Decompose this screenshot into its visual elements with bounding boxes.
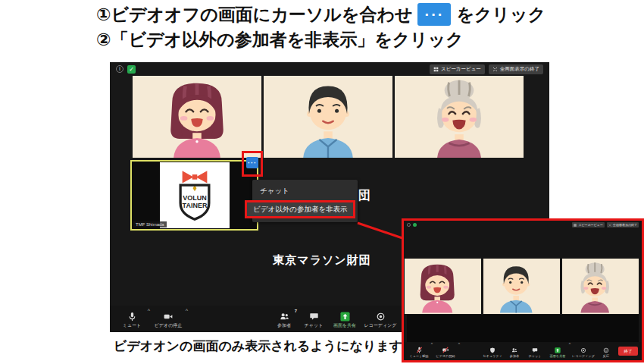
participants-icon	[279, 312, 290, 322]
share-screen-button[interactable]: 画面を共有	[328, 308, 361, 329]
tile-more-options-button[interactable]: ···	[246, 157, 258, 168]
main-titlebar: i ✓ スピーカービュー 全画面表示の終了	[110, 62, 549, 76]
participant-name-label: TMF Shimada	[133, 221, 167, 228]
info-icon	[407, 223, 411, 227]
start-video-button: ^ ビデオの開始	[433, 344, 458, 358]
stop-video-button[interactable]: ^ ビデオの停止	[149, 308, 187, 329]
instruction-step-1: ①ビデオオフの画面にカーソルを合わせ ··· をクリック	[96, 2, 546, 27]
recording-button: レコーディング	[572, 344, 595, 358]
more-dots-icon: ···	[248, 162, 257, 165]
microphone-icon	[127, 312, 137, 322]
exit-fullscreen-icon	[608, 224, 611, 227]
svg-text:VOLUN: VOLUN	[183, 193, 207, 201]
hidden-tile-name-fragment: 団	[358, 188, 370, 204]
exit-fullscreen-icon	[492, 67, 498, 72]
chat-button: チャット	[527, 344, 543, 358]
security-shield-icon	[413, 223, 417, 227]
participants-button[interactable]: 7 参加者	[269, 308, 299, 329]
inset-toolbar: ^ ミュート解除 ^ ビデオの開始 セキュリティ 参加者	[404, 342, 642, 360]
video-caret[interactable]: ^	[186, 308, 188, 313]
grid-view-icon	[574, 224, 577, 227]
video-tile-grandma	[562, 259, 639, 314]
shield-icon	[489, 347, 496, 353]
video-camera-icon	[163, 312, 174, 322]
result-caption: ビデオオンの画面のみ表示されるようになります。▶	[114, 337, 425, 355]
more-options-button-example[interactable]: ···	[417, 3, 451, 26]
video-tile-man	[264, 76, 392, 158]
recording-button[interactable]: レコーディング	[361, 308, 399, 329]
share-screen-button: ^ 画面を共有	[547, 344, 568, 358]
smiley-icon	[603, 347, 609, 353]
voluntainer-logo: VOLUN TAINER	[160, 162, 230, 228]
record-icon	[580, 347, 586, 353]
step2-text: ②「ビデオ以外の参加者を非表示」をクリック	[96, 28, 464, 52]
participants-button: 参加者	[506, 344, 523, 358]
voluntainer-logo-graphic: VOLUN TAINER	[162, 165, 227, 227]
exit-fullscreen-button: 全画面表示の終了	[607, 222, 639, 228]
video-tile-self: VOLUN TAINER TMF Shimada	[130, 160, 258, 231]
mute-button[interactable]: ^ ミュート	[114, 308, 149, 329]
reactions-button: 反応	[599, 344, 614, 358]
speaker-view-button: スピーカービュー	[572, 222, 604, 228]
chat-bubble-icon	[532, 347, 538, 353]
microphone-muted-icon	[416, 347, 423, 353]
leave-meeting-button: 終了	[618, 347, 638, 356]
menu-item-hide-non-video[interactable]: ビデオ以外の参加者を非表示	[245, 200, 355, 218]
security-shield-icon[interactable]: ✓	[127, 65, 136, 74]
video-off-tile-name: 東京マラソン財団	[258, 253, 386, 268]
tutorial-page: ①ビデオオフの画面にカーソルを合わせ ··· をクリック ②「ビデオ以外の参加者…	[0, 0, 644, 364]
record-icon	[376, 312, 386, 322]
video-tile-grandma	[395, 76, 524, 158]
speaker-view-button[interactable]: スピーカービュー	[430, 64, 485, 74]
step1-text-suffix: をクリック	[456, 3, 546, 27]
video-tile-woman	[405, 259, 481, 314]
more-dots-icon: ···	[424, 11, 444, 18]
menu-item-chat[interactable]: チャット	[252, 182, 358, 199]
video-tile-man	[483, 259, 560, 314]
step1-text-prefix: ①ビデオオフの画面にカーソルを合わせ	[96, 3, 412, 27]
participants-count-badge: 7	[295, 309, 297, 313]
inset-titlebar: スピーカービュー 全画面表示の終了	[404, 221, 642, 229]
man-illustration	[483, 259, 560, 314]
security-button: セキュリティ	[483, 344, 502, 358]
share-screen-icon	[340, 312, 350, 322]
unmute-button: ^ ミュート解除	[408, 344, 430, 358]
share-screen-icon	[555, 347, 561, 353]
video-camera-off-icon	[442, 347, 449, 353]
chat-bubble-icon	[309, 312, 319, 322]
woman-illustration	[405, 259, 481, 314]
tile-context-menu: チャット ビデオ以外の参加者を非表示	[252, 180, 358, 222]
grandma-illustration	[395, 76, 524, 158]
grid-view-icon	[433, 67, 439, 72]
man-illustration	[264, 76, 392, 158]
chat-button[interactable]: チャット	[299, 308, 328, 329]
exit-fullscreen-button[interactable]: 全画面表示の終了	[489, 64, 543, 74]
info-icon[interactable]: i	[116, 65, 123, 73]
svg-text:TAINER: TAINER	[182, 202, 207, 209]
empty-stage-area	[407, 315, 639, 344]
zoom-result-inset-window: スピーカービュー 全画面表示の終了 ^ ミュート解除	[402, 218, 644, 362]
woman-illustration	[133, 76, 261, 158]
grandma-illustration	[562, 259, 639, 314]
video-tile-woman	[133, 76, 261, 158]
participants-icon	[511, 347, 518, 353]
instruction-step-2: ②「ビデオ以外の参加者を非表示」をクリック	[96, 28, 464, 51]
